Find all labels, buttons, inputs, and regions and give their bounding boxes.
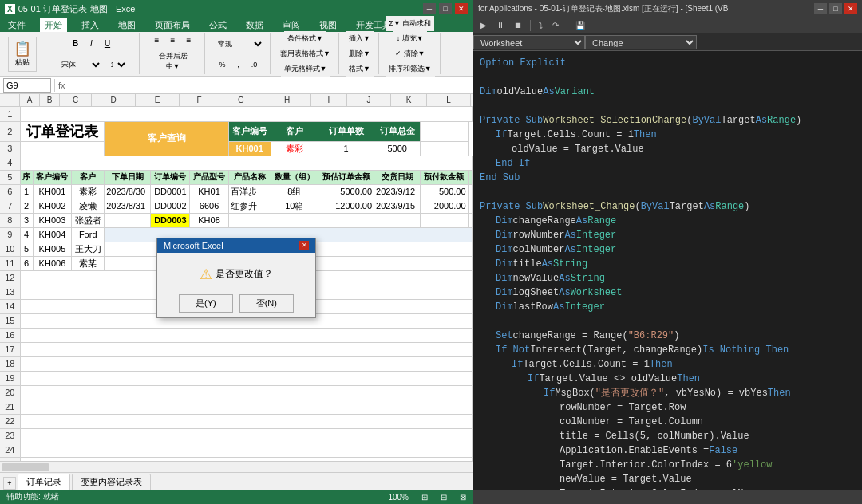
minimize-button[interactable]: ─ — [423, 3, 436, 14]
code-line-8: End If — [480, 156, 856, 171]
formula-input[interactable] — [69, 78, 469, 93]
delete-button[interactable]: 删除▼ — [346, 46, 374, 61]
dialog-body: ⚠ 是否更改值？ — [157, 253, 315, 289]
vba-title-bar: for Applications - 05-01-订单登记表-地图.xlsm [… — [473, 0, 862, 18]
code-line-1: Option Explicit — [480, 56, 856, 70]
vba-stop-button[interactable]: ⏹ — [510, 19, 526, 31]
view-normal-icon[interactable]: ⊞ — [421, 493, 428, 502]
code-line-9: End Sub — [480, 171, 856, 185]
vba-procedure-dropdown[interactable]: Change — [585, 35, 697, 49]
vba-win-controls: ─ □ ✕ — [814, 3, 857, 14]
dialog-yes-button[interactable]: 是(Y) — [179, 294, 233, 313]
format-table-button[interactable]: 套用表格格式▼ — [277, 46, 334, 61]
clipboard-section: 📋 粘贴 — [3, 33, 42, 74]
format-button[interactable]: 格式▼ — [346, 61, 374, 77]
dialog-overlay: Microsoft Excel ✕ ⚠ 是否更改值？ 是(Y) 否(N) — [0, 94, 473, 461]
tab-view[interactable]: 视图 — [314, 18, 342, 33]
align-center-button[interactable]: ≡ — [166, 33, 180, 47]
code-line-30: newValue = Target.Value — [480, 472, 856, 486]
font-select[interactable]: 宋体 — [55, 57, 103, 72]
styles-section: 条件格式▼ 套用表格格式▼ 单元格样式▼ — [272, 33, 339, 74]
code-line-24: If MsgBox( "是否更改值？" , vbYesNo) = vbYes T… — [480, 386, 856, 400]
vba-panel: for Applications - 05-01-订单登记表-地图.xlsm [… — [473, 0, 862, 504]
scroll-thumb[interactable] — [2, 463, 49, 471]
horizontal-scrollbar[interactable] — [0, 461, 473, 472]
dialog-no-button[interactable]: 否(N) — [239, 294, 294, 313]
vba-save-button[interactable]: 💾 — [571, 19, 589, 31]
dialog-close-button[interactable]: ✕ — [299, 241, 309, 250]
fx-label: fx — [58, 81, 65, 90]
zoom-level: 100% — [388, 493, 409, 502]
tab-home[interactable]: 开始 — [40, 18, 67, 33]
tab-page-layout[interactable]: 页面布局 — [150, 18, 195, 33]
toolbar-divider1 — [530, 20, 531, 31]
cell-styles-button[interactable]: 单元格样式▼ — [281, 61, 330, 77]
view-page-icon[interactable]: ⊠ — [460, 493, 466, 502]
number-format-select[interactable]: 常规 — [212, 37, 265, 51]
vba-status-bar — [473, 490, 862, 504]
code-line-16: Dim newValue As String — [480, 271, 856, 285]
vba-stepover-button[interactable]: ↷ — [548, 19, 563, 31]
code-line-12: Dim changeRange As Range — [480, 214, 856, 228]
add-sheet-button[interactable]: + — [3, 477, 16, 490]
fill-button[interactable]: ↓ 填充▼ — [393, 31, 427, 46]
merge-button[interactable]: 合并后居中▼ — [153, 49, 193, 74]
vba-pause-button[interactable]: ⏸ — [492, 19, 508, 31]
dialog-icon: ⚠ — [200, 266, 212, 282]
dialog-message: 是否更改值？ — [216, 268, 273, 279]
vba-code-area[interactable]: Option Explicit Dim oldValue As Variant … — [473, 51, 862, 490]
vba-run-button[interactable]: ▶ — [476, 19, 491, 31]
code-line-25: rowNumber = Target.Row — [480, 400, 856, 415]
paste-button[interactable]: 📋 粘贴 — [8, 37, 37, 72]
underline-button[interactable]: U — [101, 37, 115, 50]
bold-button[interactable]: B — [69, 37, 83, 50]
editing-section: Σ▼ 自动求和 ↓ 填充▼ ✓ 清除▼ 排序和筛选▼ 查找和选择▼ — [381, 33, 441, 74]
name-box[interactable] — [3, 78, 51, 93]
tab-map[interactable]: 地图 — [113, 18, 140, 33]
vba-step-button[interactable]: ⤵ — [535, 19, 547, 31]
code-line-20: Set changeRange = Range( "B6:R29" ) — [480, 329, 856, 343]
code-line-7: oldValue = Target.Value — [480, 142, 856, 156]
status-right: 100% ⊞ ⊟ ⊠ — [388, 493, 466, 502]
autosum-button[interactable]: Σ▼ 自动求和 — [386, 16, 434, 31]
font-section: B I U 宋体 11 — [44, 33, 140, 74]
italic-button[interactable]: I — [85, 37, 99, 50]
insert-button[interactable]: 插入▼ — [346, 31, 374, 46]
code-line-14: Dim colNumber As Integer — [480, 242, 856, 257]
conditional-format-button[interactable]: 条件格式▼ — [284, 31, 326, 46]
vba-close-button[interactable]: ✕ — [844, 3, 857, 14]
dialog-box: Microsoft Excel ✕ ⚠ 是否更改值？ 是(Y) 否(N) — [156, 238, 316, 318]
spreadsheet-area: A B C D E F G H I J K L 1 2 订单登记表 — [0, 94, 473, 461]
sheet-tab-orders[interactable]: 订单记录 — [18, 474, 70, 490]
vba-minimize-button[interactable]: ─ — [814, 3, 827, 14]
increase-decimal-button[interactable]: .0 — [247, 58, 262, 71]
sort-filter-button[interactable]: 排序和筛选▼ — [386, 61, 435, 77]
maximize-button[interactable]: □ — [439, 3, 452, 14]
view-layout-icon[interactable]: ⊟ — [441, 493, 447, 502]
dialog-title-bar: Microsoft Excel ✕ — [157, 238, 315, 253]
code-line-28: Application.EnableEvents = False — [480, 443, 856, 458]
code-line-17: Dim logSheet As Worksheet — [480, 285, 856, 300]
code-line-23: If Target.Value <> oldValue Then — [480, 372, 856, 386]
tab-file[interactable]: 文件 — [3, 18, 30, 33]
toolbar-divider2 — [567, 20, 567, 31]
clear-button[interactable]: ✓ 清除▼ — [392, 46, 428, 61]
tab-insert[interactable]: 插入 — [77, 18, 104, 33]
font-size-select[interactable]: 11 — [105, 57, 129, 72]
dialog-title-text: Microsoft Excel — [164, 241, 223, 250]
tab-data[interactable]: 数据 — [241, 18, 268, 33]
close-button[interactable]: ✕ — [455, 3, 468, 14]
comma-button[interactable]: , — [231, 58, 246, 71]
formula-bar: fx — [0, 77, 473, 94]
excel-panel: X 05-01-订单登记表-地图 - Excel ─ □ ✕ 文件 开始 插入 … — [0, 0, 473, 504]
sheet-tab-changes[interactable]: 变更内容记录表 — [72, 474, 151, 490]
align-right-button[interactable]: ≡ — [182, 33, 196, 47]
tab-formulas[interactable]: 公式 — [204, 18, 231, 33]
code-line-22: If Target.Cells.Count = 1 Then — [480, 357, 856, 372]
title-bar-controls: ─ □ ✕ — [423, 3, 468, 14]
tab-review[interactable]: 审阅 — [278, 18, 305, 33]
percent-button[interactable]: % — [216, 58, 230, 71]
vba-maximize-button[interactable]: □ — [829, 3, 842, 14]
vba-object-dropdown[interactable]: Worksheet — [473, 35, 585, 49]
align-left-button[interactable]: ≡ — [150, 33, 164, 47]
